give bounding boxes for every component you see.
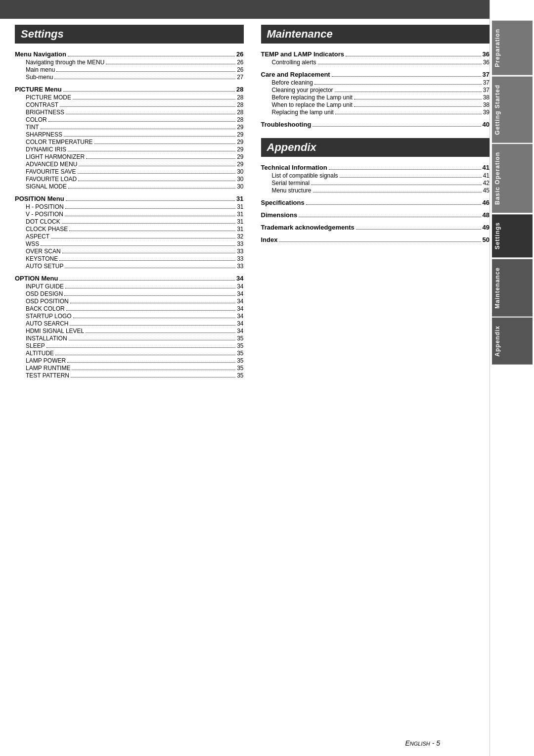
- toc-main-label: Menu Navigation: [15, 50, 66, 58]
- toc-dots: [314, 84, 482, 85]
- toc-main-page: 34: [236, 275, 243, 282]
- toc-sub-label: OVER SCAN: [26, 248, 61, 255]
- toc-sub-label: BACK COLOR: [26, 305, 65, 312]
- sidebar-tab-appendix[interactable]: Appendix: [492, 318, 533, 365]
- toc-sub-entry: LAMP RUNTIME35: [15, 365, 244, 372]
- toc-sub-entry: STARTUP LOGO34: [15, 313, 244, 320]
- toc-sub-entry: BACK COLOR34: [15, 305, 244, 312]
- toc-sub-page: 29: [237, 153, 243, 160]
- toc-main-entry: TEMP and LAMP Indicators36: [261, 50, 490, 58]
- toc-sub-entry: INPUT GUIDE34: [15, 283, 244, 290]
- toc-dots: [68, 151, 235, 151]
- toc-sub-page: 45: [483, 187, 490, 194]
- toc-sub-label: CONTRAST: [26, 101, 58, 108]
- toc-dots: [86, 332, 235, 333]
- toc-sub-page: 30: [237, 176, 243, 183]
- toc-group: TEMP and LAMP Indicators36Controlling al…: [261, 50, 490, 66]
- toc-sub-page: 30: [237, 183, 243, 190]
- toc-sub-page: 35: [237, 335, 243, 342]
- toc-sub-label: INPUT GUIDE: [26, 283, 64, 290]
- toc-sub-entry: Cleaning your projector37: [261, 87, 490, 94]
- toc-sub-entry: V - POSITION31: [15, 211, 244, 218]
- toc-sub-entry: LIGHT HARMONIZER29: [15, 153, 244, 160]
- toc-sub-entry: KEYSTONE33: [15, 255, 244, 262]
- toc-group: Troubleshooting40: [261, 121, 490, 128]
- toc-sub-page: 31: [237, 203, 243, 210]
- toc-dots: [54, 79, 235, 79]
- toc-dots: [46, 347, 235, 348]
- toc-sub-label: SHARPNESS: [26, 131, 62, 138]
- toc-dots: [73, 318, 235, 318]
- toc-sub-entry: SHARPNESS29: [15, 131, 244, 138]
- toc-sub-page: 35: [237, 372, 243, 379]
- toc-dots: [65, 208, 235, 209]
- toc-sub-page: 35: [237, 342, 243, 349]
- toc-dots: [59, 280, 235, 281]
- toc-sub-entry: TEST PATTERN35: [15, 372, 244, 379]
- toc-sub-label: KEYSTONE: [26, 255, 58, 262]
- toc-sub-entry: LAMP POWER35: [15, 357, 244, 364]
- toc-dots: [299, 217, 481, 217]
- toc-dots: [69, 340, 236, 340]
- toc-dots: [70, 303, 235, 303]
- toc-group: Specifications46: [261, 199, 490, 206]
- toc-main-label: Troubleshooting: [261, 121, 312, 128]
- toc-sub-label: SIGNAL MODE: [26, 183, 67, 190]
- toc-group: POSITION Menu31H - POSITION31V - POSITIO…: [15, 195, 244, 270]
- toc-main-page: 26: [236, 50, 243, 58]
- toc-sub-entry: FAVOURITE SAVE30: [15, 168, 244, 175]
- toc-sub-page: 31: [237, 218, 243, 225]
- toc-sub-page: 26: [237, 66, 243, 73]
- sidebar-tab-basic-operation[interactable]: Basic Operation: [492, 144, 533, 213]
- toc-sub-label: List of compatible signals: [272, 172, 338, 179]
- toc-dots: [59, 260, 235, 261]
- toc-sub-label: COLOR TEMPERATURE: [26, 139, 93, 145]
- sidebar-tab-getting-started[interactable]: Getting Started: [492, 77, 533, 143]
- toc-main-page: 36: [483, 50, 490, 58]
- sidebar-tab-preparation[interactable]: Preparation: [492, 21, 533, 75]
- sidebar-tab-maintenance[interactable]: Maintenance: [492, 259, 533, 317]
- toc-sub-entry: DYNAMIC IRIS29: [15, 146, 244, 153]
- toc-group: Menu Navigation26Navigating through the …: [15, 50, 244, 81]
- toc-sub-label: INSTALLATION: [26, 335, 67, 342]
- toc-sub-page: 33: [237, 263, 243, 270]
- sidebar-tabs: PreparationGetting StartedBasic Operatio…: [492, 21, 533, 365]
- toc-sub-label: HDMI SIGNAL LEVEL: [26, 328, 84, 334]
- toc-main-entry: Care and Replacement37: [261, 71, 490, 78]
- top-bar: [0, 0, 490, 19]
- settings-header: Settings: [15, 25, 244, 44]
- toc-sub-label: LAMP RUNTIME: [26, 365, 70, 372]
- toc-main-entry: Index50: [261, 236, 490, 243]
- maintenance-header: Maintenance: [261, 25, 490, 44]
- toc-sub-page: 29: [237, 161, 243, 168]
- toc-dots: [313, 192, 482, 192]
- toc-dots: [346, 56, 481, 56]
- toc-sub-label: Serial terminal: [272, 180, 310, 187]
- toc-sub-label: FAVOURITE SAVE: [26, 168, 76, 175]
- toc-sub-page: 33: [237, 248, 243, 255]
- toc-dots: [41, 245, 235, 246]
- sidebar-tab-settings[interactable]: Settings: [492, 214, 533, 257]
- toc-sub-page: 26: [237, 59, 243, 66]
- toc-sub-entry: Before replacing the Lamp unit38: [261, 94, 490, 101]
- toc-main-page: 40: [483, 121, 490, 128]
- toc-sub-entry: When to replace the Lamp unit38: [261, 101, 490, 108]
- toc-main-page: 41: [483, 164, 490, 171]
- toc-sub-label: DYNAMIC IRIS: [26, 146, 66, 153]
- toc-dots: [329, 169, 481, 170]
- toc-sub-page: 36: [483, 59, 490, 66]
- toc-sub-entry: HDMI SIGNAL LEVEL34: [15, 328, 244, 334]
- toc-sub-page: 31: [237, 226, 243, 233]
- toc-sub-label: Main menu: [26, 66, 55, 73]
- toc-sub-label: DOT CLOCK: [26, 218, 60, 225]
- toc-main-page: 49: [483, 224, 490, 231]
- toc-sub-label: AUTO SETUP: [26, 263, 63, 270]
- toc-sub-page: 28: [237, 109, 243, 116]
- toc-sub-entry: H - POSITION31: [15, 203, 244, 210]
- toc-sub-label: WSS: [26, 240, 39, 247]
- toc-sub-entry: CONTRAST28: [15, 101, 244, 108]
- toc-dots: [64, 136, 235, 137]
- toc-sub-page: 35: [237, 350, 243, 357]
- toc-sub-entry: Controlling alerts36: [261, 59, 490, 66]
- toc-sub-page: 38: [483, 101, 490, 108]
